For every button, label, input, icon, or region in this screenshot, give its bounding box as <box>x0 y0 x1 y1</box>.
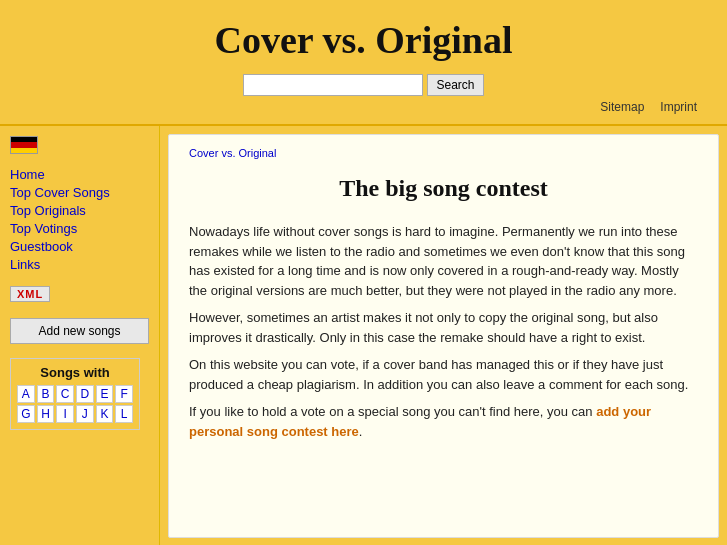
alpha-letter-link[interactable]: B <box>37 385 55 403</box>
sitemap-link[interactable]: Sitemap <box>600 100 644 114</box>
sidebar-nav-link[interactable]: Top Originals <box>10 203 86 218</box>
sidebar-nav-item: Guestbook <box>10 239 149 254</box>
alpha-letter-link[interactable]: C <box>56 385 74 403</box>
flag-icon <box>10 136 149 157</box>
breadcrumb: Cover vs. Original <box>189 147 698 159</box>
sidebar-nav-link[interactable]: Guestbook <box>10 239 73 254</box>
alpha-letter-link[interactable]: J <box>76 405 94 423</box>
sidebar-nav-link[interactable]: Home <box>10 167 45 182</box>
alpha-letter-link[interactable]: L <box>115 405 133 423</box>
alpha-letter-link[interactable]: E <box>96 385 114 403</box>
site-header: Cover vs. Original Search Sitemap Imprin… <box>0 0 727 126</box>
sidebar-nav-link[interactable]: Top Votings <box>10 221 77 236</box>
content-title: The big song contest <box>189 175 698 202</box>
breadcrumb-link[interactable]: Cover vs. Original <box>189 147 276 159</box>
sidebar-nav-item: Top Votings <box>10 221 149 236</box>
alpha-letter-link[interactable]: H <box>37 405 55 423</box>
imprint-link[interactable]: Imprint <box>660 100 697 114</box>
sidebar-nav-item: Top Cover Songs <box>10 185 149 200</box>
site-title: Cover vs. Original <box>20 18 707 62</box>
alpha-letter-link[interactable]: D <box>76 385 94 403</box>
add-contest-link[interactable]: add your personal song contest here <box>189 404 651 439</box>
sidebar-nav: HomeTop Cover SongsTop OriginalsTop Voti… <box>10 167 149 272</box>
alpha-letter-link[interactable]: K <box>96 405 114 423</box>
sidebar: HomeTop Cover SongsTop OriginalsTop Voti… <box>0 126 160 545</box>
alphabet-grid: ABCDEFGHIJKL <box>17 385 133 423</box>
content-body: Nowadays life without cover songs is har… <box>189 222 698 441</box>
search-button[interactable]: Search <box>427 74 483 96</box>
search-input[interactable] <box>243 74 423 96</box>
xml-badge: XML <box>10 286 50 302</box>
alpha-letter-link[interactable]: G <box>17 405 35 423</box>
content-paragraph: However, sometimes an artist makes it no… <box>189 308 698 347</box>
german-flag <box>10 136 38 154</box>
sidebar-nav-link[interactable]: Links <box>10 257 40 272</box>
content-paragraph: If you like to hold a vote on a special … <box>189 402 698 441</box>
main-layout: HomeTop Cover SongsTop OriginalsTop Voti… <box>0 126 727 545</box>
alpha-letter-link[interactable]: F <box>115 385 133 403</box>
songs-with-box: Songs with ABCDEFGHIJKL <box>10 358 140 430</box>
sidebar-nav-item: Links <box>10 257 149 272</box>
content-paragraph: On this website you can vote, if a cover… <box>189 355 698 394</box>
songs-with-title: Songs with <box>17 365 133 380</box>
sidebar-nav-item: Home <box>10 167 149 182</box>
add-songs-button[interactable]: Add new songs <box>10 318 149 344</box>
content-area: Cover vs. Original The big song contest … <box>168 134 719 538</box>
sidebar-nav-item: Top Originals <box>10 203 149 218</box>
alpha-letter-link[interactable]: I <box>56 405 74 423</box>
alpha-letter-link[interactable]: A <box>17 385 35 403</box>
content-paragraph: Nowadays life without cover songs is har… <box>189 222 698 300</box>
sidebar-nav-link[interactable]: Top Cover Songs <box>10 185 110 200</box>
